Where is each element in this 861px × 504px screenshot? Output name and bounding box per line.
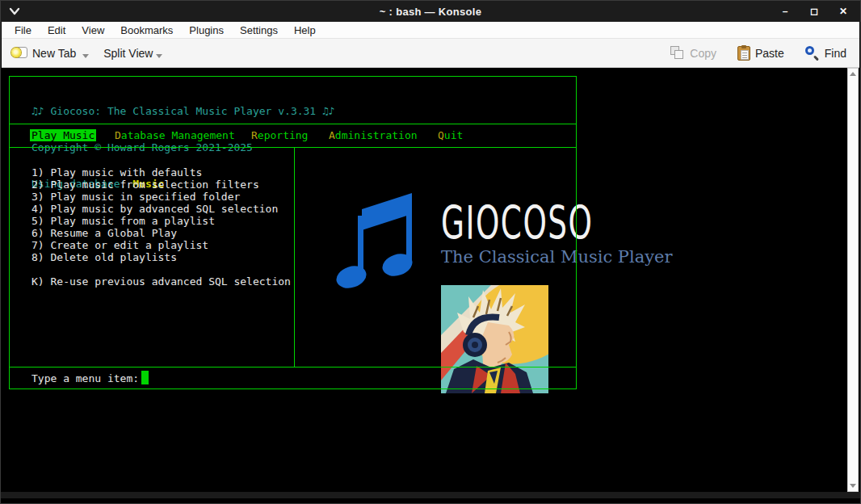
menu-item-2[interactable]: 2) Play music from selection filters (32, 178, 291, 191)
play-menu-list: 1) Play music with defaults 2) Play musi… (32, 166, 291, 288)
copy-button[interactable]: Copy (670, 46, 716, 60)
split-view-label: Split View (103, 47, 153, 60)
find-label: Find (825, 47, 846, 60)
title-bar: ~ : bash — Konsole – ◻ ✕ (1, 1, 860, 22)
find-icon (805, 46, 820, 61)
menu-item-6[interactable]: 6) Resume a Global Play (32, 227, 291, 239)
menu-item-1[interactable]: 1) Play music with defaults (32, 166, 291, 178)
terminal-viewport[interactable]: ♫♪ Giocoso: The Classical Music Player v… (1, 68, 860, 498)
tui-divider-input (9, 367, 577, 368)
new-tab-caret-icon[interactable] (82, 54, 89, 58)
toolbar: New Tab Split View Copy Paste Find (2, 39, 859, 68)
menu-blank-line (32, 263, 291, 275)
music-note-icon (335, 188, 414, 292)
menu-item-5[interactable]: 5) Play music from a playlist (32, 215, 291, 227)
menu-plugins[interactable]: Plugins (183, 23, 230, 37)
paste-button[interactable]: Paste (737, 46, 784, 61)
split-view-button[interactable]: Split View (103, 47, 153, 60)
tui-border-top (9, 76, 577, 77)
konsole-window: ~ : bash — Konsole – ◻ ✕ File Edit View … (0, 0, 861, 504)
paste-label: Paste (755, 47, 784, 60)
menu-item-3[interactable]: 3) Play music in specified folder (32, 191, 291, 203)
menu-file[interactable]: File (8, 23, 38, 37)
menu-item-7[interactable]: 7) Create or edit a playlist (32, 239, 291, 251)
tab-administration[interactable]: Administration (329, 129, 418, 141)
app-title-line: ♫♪ Giocoso: The Classical Music Player v… (32, 105, 335, 117)
tui-border-bottom (9, 388, 577, 389)
close-button[interactable]: ✕ (834, 3, 852, 19)
window-title: ~ : bash — Konsole (1, 6, 860, 18)
menu-bar: File Edit View Bookmarks Plugins Setting… (2, 22, 859, 39)
tab-quit[interactable]: Quit (438, 129, 463, 141)
tui-divider-tabs (9, 147, 577, 148)
split-view-caret-icon[interactable] (156, 54, 162, 58)
minimize-button[interactable]: – (776, 3, 794, 19)
tab-reporting[interactable]: Reporting (251, 129, 308, 141)
menu-edit[interactable]: Edit (41, 23, 72, 37)
giocoso-logo-text: GIOCOSO (441, 197, 593, 250)
beethoven-artwork (441, 285, 548, 393)
giocoso-subtitle: The Classical Music Player (441, 247, 673, 267)
maximize-button[interactable]: ◻ (805, 3, 823, 19)
tui-tab-bar: Play Music Database Management Reporting… (1, 129, 577, 143)
menu-item-k[interactable]: K) Re-use previous advanced SQL selectio… (32, 275, 291, 288)
terminal-scrollbar[interactable] (847, 68, 859, 492)
tui-divider-vertical (294, 147, 295, 367)
window-bottom-frame (1, 492, 860, 498)
menu-item-4[interactable]: 4) Play music by advanced SQL selection (32, 203, 291, 215)
menu-item-8[interactable]: 8) Delete old playlists (32, 251, 291, 263)
scroll-up-icon[interactable] (850, 72, 856, 76)
copy-icon (670, 46, 685, 60)
terminal-cursor[interactable] (141, 371, 149, 384)
copy-label: Copy (690, 47, 716, 60)
new-tab-button[interactable]: New Tab (11, 46, 76, 60)
tab-play-music[interactable]: Play Music (30, 129, 96, 141)
tui-divider-header (9, 124, 577, 124)
tab-database-management[interactable]: Database Management (115, 129, 235, 141)
paste-icon (737, 46, 750, 61)
menu-prompt: Type a menu item: (32, 372, 139, 384)
menu-bookmarks[interactable]: Bookmarks (114, 23, 179, 37)
menu-view[interactable]: View (75, 23, 111, 37)
find-button[interactable]: Find (805, 46, 846, 61)
new-tab-icon (11, 46, 27, 60)
new-tab-label: New Tab (32, 47, 76, 60)
scroll-down-icon[interactable] (850, 484, 856, 488)
menu-settings[interactable]: Settings (233, 23, 284, 37)
menu-help[interactable]: Help (288, 23, 322, 37)
